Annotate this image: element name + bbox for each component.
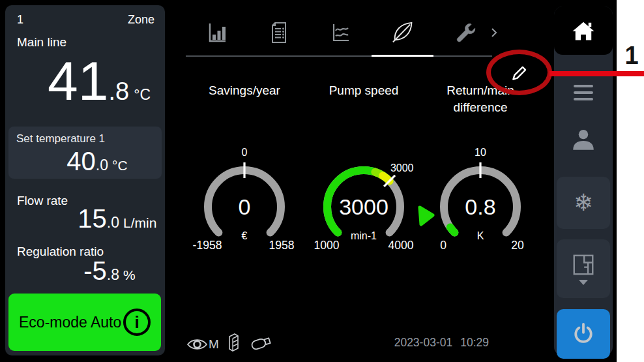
- monitoring-mode-letter: M: [209, 337, 219, 352]
- sidebar-item-user[interactable]: [554, 124, 613, 155]
- tab-trend[interactable]: [310, 17, 372, 48]
- leaf-icon: [390, 21, 415, 44]
- main-line-unit: °C: [134, 86, 151, 104]
- main-line-int: 41: [48, 52, 108, 110]
- gauge-value: 3000: [312, 195, 416, 219]
- gauge-pump-speed: 3000 3000 min-1 1000 4000: [312, 140, 416, 256]
- regulation-ratio-dec: .8: [107, 266, 119, 284]
- info-icon[interactable]: i: [123, 309, 151, 336]
- gauge-return-difference: 10 0.8 K 0 20: [428, 140, 533, 256]
- sd-card-icon: [228, 333, 240, 352]
- chevron-right-icon: [489, 26, 499, 39]
- wrench-icon: [454, 22, 476, 44]
- gauge-value: 0.8: [428, 195, 533, 219]
- set-temperature-value: 40 .0 °C: [16, 147, 154, 175]
- tab-report[interactable]: [248, 17, 310, 48]
- tab-underline: [186, 55, 492, 57]
- report-icon: [268, 21, 290, 44]
- snowflake-icon: ❄: [574, 189, 593, 217]
- device-screen: 1 Zone Main line 41 .8 °C Set temperatur…: [0, 0, 617, 362]
- zone-number: 1: [17, 13, 23, 27]
- gauge-max-label: 4000: [379, 239, 422, 252]
- gauge-min-label: 0: [422, 239, 465, 252]
- gauge-max-label: 1958: [260, 239, 303, 252]
- sidebar: ❄: [554, 7, 613, 355]
- power-icon: [571, 322, 596, 346]
- zone-label: Zone: [128, 13, 154, 27]
- user-icon: [570, 127, 597, 153]
- info-glyph: i: [134, 312, 139, 333]
- set-temperature-dec: .0: [96, 157, 108, 174]
- zone-panel: 1 Zone Main line 41 .8 °C Set temperatur…: [5, 5, 165, 355]
- date: 2023-03-01: [394, 336, 453, 349]
- flow-rate-int: 15: [78, 204, 107, 233]
- svg-text:0: 0: [242, 147, 248, 158]
- time: 10:29: [460, 336, 489, 349]
- set-temperature-label: Set temperature 1: [16, 132, 154, 145]
- sidebar-item-menu[interactable]: [554, 80, 613, 106]
- regulation-ratio-unit: %: [123, 267, 162, 283]
- svg-text:10: 10: [475, 147, 486, 158]
- gauge-savings: 0 0 € -1958 1958: [192, 140, 297, 256]
- main-line-label: Main line: [17, 35, 66, 50]
- gauge-value: 0: [192, 195, 297, 219]
- main-line-dec: .8: [108, 78, 129, 106]
- trend-icon: [329, 21, 353, 44]
- eco-mode-label: Eco-mode Auto: [19, 314, 121, 331]
- tabs-more-button[interactable]: [489, 26, 501, 39]
- pencil-icon: [509, 63, 530, 83]
- sidebar-item-zones[interactable]: [557, 239, 610, 298]
- home-icon: [570, 19, 596, 42]
- zones-floorplan-icon: [571, 252, 596, 277]
- chevron-down-icon: [579, 280, 588, 285]
- gauge-title-pump-speed: Pump speed: [312, 82, 416, 99]
- gauge-title-savings: Savings/year: [192, 82, 297, 99]
- gauge-min-label: -1958: [186, 239, 229, 252]
- status-icons: M: [186, 333, 272, 352]
- flow-rate-dec: .0: [107, 214, 119, 232]
- tab-eco[interactable]: [372, 17, 433, 48]
- svg-text:3000: 3000: [390, 162, 414, 173]
- bar-chart-icon: [205, 21, 229, 44]
- datetime: 2023-03-0110:29: [326, 336, 489, 350]
- sidebar-item-power[interactable]: [557, 309, 610, 359]
- tab-statistics[interactable]: [186, 17, 248, 48]
- menu-icon: [574, 85, 593, 87]
- gauge-max-label: 20: [496, 239, 539, 252]
- eco-mode-button[interactable]: Eco-mode Auto i: [8, 294, 161, 351]
- tab-settings[interactable]: [433, 17, 495, 48]
- sidebar-item-home[interactable]: [554, 7, 613, 55]
- set-temperature-card[interactable]: Set temperature 1 40 .0 °C: [8, 127, 162, 179]
- main-line-value: 41 .8 °C: [48, 52, 151, 110]
- set-temperature-int: 40: [66, 147, 96, 175]
- annotation-callout-label: 1: [619, 42, 644, 70]
- flow-rate-unit: L/min: [123, 215, 162, 231]
- gauge-min-label: 1000: [305, 239, 348, 252]
- gauge-title-return-diff: Return/main difference: [432, 82, 529, 115]
- set-temperature-unit: °C: [112, 158, 151, 173]
- usb-drive-icon: [250, 334, 272, 352]
- flow-rate-value: 15 .0 L/min: [5, 204, 165, 233]
- regulation-ratio-value: -5 .8 %: [5, 256, 165, 285]
- active-tab-indicator: [372, 55, 433, 57]
- sidebar-item-defrost[interactable]: ❄: [557, 177, 610, 229]
- regulation-ratio-int: -5: [83, 256, 107, 285]
- eye-icon: [186, 337, 208, 352]
- zone-header: 1 Zone: [17, 13, 154, 27]
